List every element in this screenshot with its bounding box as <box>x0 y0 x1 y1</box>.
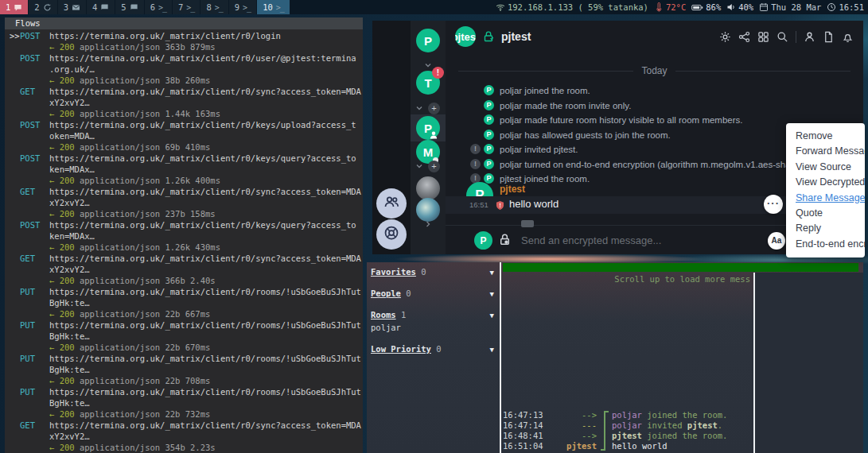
flow-line[interactable]: ← 200 application/json 1.26k 400ms <box>5 175 363 186</box>
room-avatar[interactable]: pjtest <box>455 26 476 47</box>
globe-photo[interactable] <box>416 198 440 222</box>
flow-line[interactable]: ← 200 application/json 38b 260ms <box>5 75 363 86</box>
flow-line[interactable]: ← 200 application/json 22b 732ms <box>5 408 363 420</box>
menu-item-quote[interactable]: Quote <box>786 206 865 221</box>
workspace-8[interactable]: 8>_ <box>200 0 228 14</box>
menu-item-view-decrypted-source[interactable]: View Decrypted Source <box>786 175 865 190</box>
chat-icon <box>14 3 22 12</box>
menu-item-end-to-end-encryption[interactable]: End-to-end encryption <box>786 237 865 252</box>
menu-item-view-source[interactable]: View Source <box>786 160 865 175</box>
flow-line[interactable]: GEThttps://termina.org.uk/_matrix/client… <box>5 253 363 264</box>
workspace-4[interactable]: 4 <box>87 0 115 14</box>
room-section-people[interactable]: People 0▼ <box>367 288 500 299</box>
menu-item-remove[interactable]: Remove <box>786 129 865 144</box>
workspace-5[interactable]: 5 <box>115 0 144 14</box>
flow-line[interactable]: .org.uk/… <box>5 64 363 75</box>
room-section-favorites[interactable]: Favorites 0▼ <box>367 266 500 277</box>
tower-photo[interactable] <box>416 176 440 200</box>
flow-line[interactable]: BgHk:te… <box>5 331 363 342</box>
flow-line[interactable]: xY2xvY2… <box>5 431 363 442</box>
flow-line[interactable]: PUThttps://termina.org.uk/_matrix/client… <box>5 319 363 331</box>
scroll-banner: Scroll up to load more mess <box>501 274 750 284</box>
collapse-triangle-icon[interactable]: ▼ <box>490 267 494 278</box>
collapse-triangle-icon[interactable]: ▼ <box>490 288 494 300</box>
workspace-6[interactable]: 6>_ <box>145 0 173 14</box>
workspace-1[interactable]: 1 <box>0 0 29 14</box>
apps-button[interactable] <box>757 31 769 43</box>
flow-line[interactable]: ← 200 application/json 237b 158ms <box>5 208 363 219</box>
user-avatar[interactable]: P <box>416 29 440 52</box>
flow-line[interactable]: xY2xvY2… <box>5 97 363 108</box>
event-sender-avatar: P <box>484 144 494 154</box>
share-button[interactable] <box>738 31 750 43</box>
members-button[interactable] <box>804 31 815 43</box>
settings-icon <box>719 31 731 43</box>
workspace-3[interactable]: 3 <box>58 0 87 14</box>
chevron-down-icon[interactable] <box>423 60 433 70</box>
room-list-item[interactable]: poljar <box>367 322 500 333</box>
workspace-2[interactable]: 2 <box>29 0 57 14</box>
menu-item-share-message[interactable]: Share Message <box>786 191 865 206</box>
flow-line[interactable]: GEThttps://termina.org.uk/_matrix/client… <box>5 86 363 97</box>
files-button[interactable] <box>823 31 835 43</box>
workspace-10[interactable]: 10>_ <box>257 0 290 14</box>
menu-item-forward-message[interactable]: Forward Message <box>786 144 865 159</box>
flow-line[interactable]: ← 200 application/json 354b 2.23s <box>5 442 363 453</box>
terminal-icon: >_ <box>215 3 223 12</box>
collapse-triangle-icon[interactable]: ▼ <box>490 344 494 355</box>
flow-line[interactable]: >>POSThttps://termina.org.uk/_matrix/cli… <box>5 30 363 41</box>
flow-line[interactable]: BgHk:te… <box>5 397 363 408</box>
flow-line[interactable]: GEThttps://termina.org.uk/_matrix/client… <box>5 420 363 431</box>
flow-line[interactable]: ← 200 application/json 69b 410ms <box>5 141 363 153</box>
menu-item-reply[interactable]: Reply <box>786 221 865 236</box>
flow-line[interactable]: POSThttps://termina.org.uk/_matrix/clien… <box>5 219 363 230</box>
event-sender-avatar: P <box>484 114 494 125</box>
format-button[interactable]: Aa <box>768 232 785 250</box>
message-input[interactable]: Send an encrypted message... <box>521 226 752 255</box>
flow-line[interactable]: BgHk:te… <box>5 364 363 375</box>
event-sender-avatar: P <box>484 100 494 110</box>
flow-line[interactable]: GEThttps://termina.org.uk/_matrix/client… <box>5 186 363 197</box>
add-room-button[interactable]: + <box>428 161 440 172</box>
workspace-9[interactable]: 9>_ <box>229 0 257 14</box>
notifications-button[interactable] <box>842 31 854 43</box>
encrypted-lock-icon <box>482 30 495 43</box>
flow-line[interactable]: ← 200 application/json 22b 708ms <box>5 375 363 386</box>
add-room-button[interactable]: + <box>428 103 440 114</box>
room-section-low-priority[interactable]: Low Priority 0▼ <box>367 343 500 354</box>
flow-line[interactable]: xY2xvY2… <box>5 197 363 208</box>
status-area: 192.168.1.133 ( 59% tatanka) 72°C 86% 40… <box>496 2 868 12</box>
expand-panel-icon[interactable] <box>423 219 433 229</box>
flow-line[interactable]: PUThttps://termina.org.uk/_matrix/client… <box>5 286 363 297</box>
flow-line[interactable]: BgHk:te… <box>5 297 363 308</box>
flow-line[interactable]: PUThttps://termina.org.uk/_matrix/client… <box>5 386 363 397</box>
flow-line[interactable]: xY2xvY2… <box>5 264 363 275</box>
workspace-7[interactable]: 7>_ <box>173 0 200 14</box>
search-button[interactable] <box>777 31 788 43</box>
message-text: hello world <box>509 198 559 210</box>
flow-line[interactable]: POSThttps://termina.org.uk/_matrix/clien… <box>5 52 363 64</box>
chevron-down-icon[interactable] <box>415 161 424 171</box>
workspace-number: 3 <box>64 2 68 12</box>
collapse-triangle-icon[interactable]: ▼ <box>490 310 494 321</box>
flow-line[interactable]: ken=MDAx… <box>5 230 363 242</box>
flow-line[interactable]: POSThttps://termina.org.uk/_matrix/clien… <box>5 153 363 164</box>
flow-line[interactable]: ← 200 application/json 1.26k 430ms <box>5 242 363 253</box>
message-options-button[interactable]: ··· <box>764 195 783 214</box>
flow-line[interactable]: PUThttps://termina.org.uk/_matrix/client… <box>5 353 363 364</box>
flow-line[interactable]: ← 200 application/json 22b 670ms <box>5 342 363 353</box>
flow-line[interactable]: ← 200 application/json 1.44k 163ms <box>5 108 363 119</box>
flow-line[interactable]: oken=MDA… <box>5 130 363 141</box>
explore-button[interactable] <box>376 219 407 250</box>
settings-button[interactable] <box>719 31 731 43</box>
flow-line[interactable]: ← 200 application/json 22b 667ms <box>5 308 363 319</box>
flow-line[interactable]: POSThttps://termina.org.uk/_matrix/clien… <box>5 119 363 130</box>
room-section-rooms[interactable]: Rooms 1▼ <box>367 309 500 320</box>
room-title: pjtest <box>501 30 531 43</box>
flow-line[interactable]: ken=MDAx… <box>5 164 363 175</box>
log-line: 16:47:13-->poljar joined the room. <box>501 410 752 420</box>
flow-line[interactable]: ← 200 application/json 363b 879ms <box>5 41 363 52</box>
chevron-down-icon[interactable] <box>415 103 424 113</box>
people-button[interactable] <box>376 188 407 219</box>
flow-line[interactable]: ← 200 application/json 366b 2.40s <box>5 275 363 286</box>
